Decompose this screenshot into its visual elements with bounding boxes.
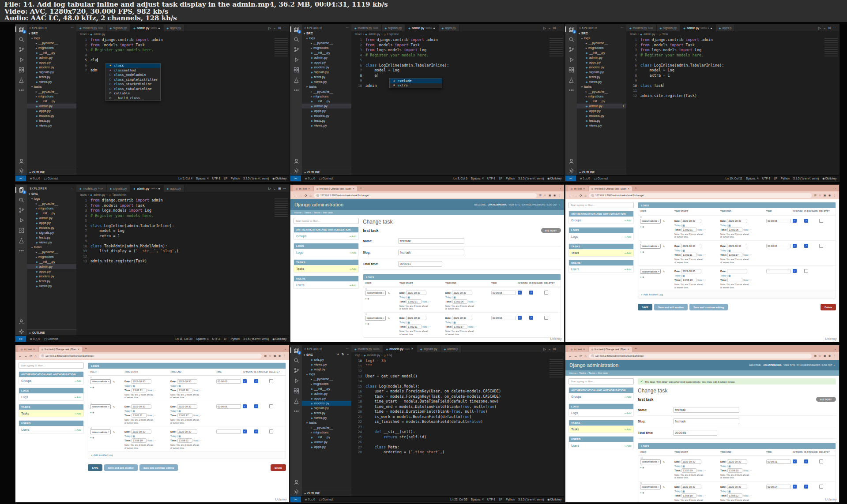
- now-link[interactable]: Now |: [468, 300, 474, 303]
- duration-input[interactable]: 00:00:14: [766, 485, 791, 489]
- code-editor[interactable]: 10log3 - 3h11"""1213User = get_user_mode…: [351, 358, 564, 496]
- editor-tab[interactable]: ◆admin.pytasks●: [405, 24, 438, 31]
- edit-pencil-icon[interactable]: ✎: [663, 460, 665, 463]
- explorer-more-icon[interactable]: ⋯: [71, 187, 74, 190]
- share-icon[interactable]: ⊞: [539, 194, 541, 197]
- minimap[interactable]: [550, 38, 563, 57]
- more-actions-icon[interactable]: ⋯: [558, 26, 562, 30]
- tree-item[interactable]: ◆views.py: [27, 79, 76, 84]
- user-select[interactable]: lukaszmakinia ▾: [365, 316, 386, 321]
- run-python-file-icon[interactable]: ▷: [818, 26, 821, 30]
- code-editor[interactable]: 1from django.contrib import admin2from .…: [626, 37, 839, 175]
- minimap[interactable]: [824, 38, 838, 57]
- save-continue-button[interactable]: Save and continue editing: [139, 464, 178, 471]
- today-link[interactable]: Today |: [674, 274, 681, 277]
- editor-tab[interactable]: ◆signals.py: [107, 24, 131, 31]
- share-icon[interactable]: ⊞: [814, 354, 816, 358]
- user-select[interactable]: lukaszmakinia ▾: [640, 485, 661, 489]
- tab-close-icon[interactable]: ✕: [353, 187, 355, 190]
- editor-tab[interactable]: ◆signals.py: [417, 345, 441, 352]
- time-input[interactable]: 13:56:32: [727, 493, 742, 498]
- breadcrumb-item[interactable]: Tasks: [579, 372, 586, 374]
- tree-item[interactable]: ◆__init__.py: [302, 386, 351, 391]
- activity-extensions-icon[interactable]: [15, 67, 27, 73]
- tree-item[interactable]: ◆admin.py: [302, 440, 351, 444]
- indent-size[interactable]: Spaces: 4: [471, 498, 484, 501]
- editor-tab[interactable]: ◆models.pylogs: [76, 185, 107, 192]
- autocomplete-item[interactable]: ◆class: [106, 63, 160, 68]
- autocomplete-item[interactable]: ◯__build_class__: [106, 96, 160, 101]
- activity-settings-gear-icon[interactable]: [19, 329, 24, 334]
- add-link[interactable]: + Add: [624, 235, 631, 238]
- tree-item[interactable]: ◆urls.py: [302, 357, 351, 362]
- profile-avatar[interactable]: ◉: [553, 194, 556, 197]
- outline-section[interactable]: ▸OUTLINE: [302, 169, 351, 175]
- breadcrumb-item[interactable]: tasks: [355, 33, 361, 36]
- user-select[interactable]: lukaszmakinia ▾: [640, 269, 661, 274]
- activity-account-icon[interactable]: [19, 319, 24, 325]
- view-related-icon[interactable]: ◉: [367, 297, 369, 300]
- problems-indicator[interactable]: ⊗ 0 △ 0: [30, 337, 40, 341]
- indent-size[interactable]: Spaces: 4: [471, 177, 484, 180]
- address-bar[interactable]: ⓘ127.0.0.1:8000/admin/tasks/task/1/chang…: [314, 193, 537, 198]
- today-link[interactable]: Today |: [720, 249, 727, 252]
- add-link[interactable]: + Add: [624, 252, 631, 254]
- is-finished-checkbox[interactable]: ✓: [804, 219, 808, 223]
- tree-item[interactable]: ◆signals.py: [302, 406, 351, 411]
- view-related-icon[interactable]: ◉: [642, 491, 644, 494]
- split-editor-icon[interactable]: ⊞: [553, 26, 556, 30]
- activity-extensions-icon[interactable]: [290, 67, 302, 73]
- time-input[interactable]: 13:02:36: [452, 299, 467, 304]
- tree-item[interactable]: ◆tests.py: [302, 75, 351, 79]
- language-mode[interactable]: Python: [506, 177, 515, 180]
- editor-tab[interactable]: ◆admin.pytasks●: [130, 24, 163, 31]
- date-input[interactable]: 2023-08-30: [131, 429, 151, 434]
- forward-button[interactable]: →: [574, 354, 578, 358]
- site-info-icon[interactable]: ⓘ: [591, 354, 594, 358]
- save-button[interactable]: SAVE: [88, 464, 102, 471]
- tree-item[interactable]: ◆__init__.py: [27, 259, 76, 264]
- forward-button[interactable]: →: [299, 194, 303, 198]
- split-editor-icon[interactable]: ⊞: [828, 26, 831, 30]
- tree-item[interactable]: ▸migrations: [302, 381, 351, 386]
- reload-button[interactable]: ⟳: [580, 194, 582, 198]
- add-related-icon[interactable]: +: [90, 411, 92, 414]
- add-link[interactable]: + Add: [349, 235, 356, 238]
- tree-item[interactable]: ◆__init__.py: [302, 435, 351, 440]
- edit-pencil-icon[interactable]: ✎: [663, 245, 665, 248]
- total-time-input[interactable]: 00:00:56: [673, 430, 717, 436]
- today-link[interactable]: Today |: [124, 410, 132, 412]
- code-editor[interactable]: 1from django.contrib import admin2from .…: [351, 37, 564, 175]
- editor-tab[interactable]: ◆models.pylogs: [626, 24, 657, 31]
- is-finished-checkbox[interactable]: ✓: [529, 291, 533, 295]
- add-link[interactable]: + Add: [624, 444, 631, 447]
- is-finished-checkbox[interactable]: ✓: [804, 244, 808, 248]
- now-link[interactable]: Now |: [743, 279, 749, 281]
- site-info-icon[interactable]: ⓘ: [316, 194, 319, 198]
- tree-item[interactable]: ◆admin.py: [27, 104, 76, 108]
- tree-item[interactable]: ◆admin.py: [302, 104, 351, 108]
- tree-item[interactable]: ◆views.py: [27, 123, 76, 128]
- tree-item[interactable]: ◆__init__.py: [302, 99, 351, 104]
- add-related-icon[interactable]: +: [365, 322, 367, 325]
- tree-item[interactable]: ◆views.py: [27, 240, 76, 245]
- tree-item[interactable]: ◆tests.py: [302, 411, 351, 415]
- today-link[interactable]: Today |: [170, 435, 177, 437]
- activity-run-debug-icon[interactable]: [290, 378, 302, 384]
- tree-item[interactable]: ◆models.py: [27, 113, 76, 118]
- breadcrumb-item[interactable]: first task: [598, 372, 608, 374]
- activity-search-icon[interactable]: [15, 197, 27, 203]
- now-link[interactable]: Now |: [422, 300, 428, 303]
- today-link[interactable]: Today |: [720, 274, 727, 277]
- now-link[interactable]: Now |: [193, 414, 199, 417]
- run-python-file-icon[interactable]: ▷: [268, 26, 271, 30]
- duration-input[interactable]: [766, 269, 791, 273]
- clock-icon[interactable]: ◔: [750, 494, 751, 497]
- tree-item[interactable]: ◆admin.py1: [577, 104, 626, 108]
- theme-toggle-icon[interactable]: ◐: [834, 364, 835, 366]
- now-link[interactable]: Now |: [743, 494, 749, 497]
- back-button[interactable]: ←: [19, 354, 22, 358]
- python-interpreter[interactable]: 3.9.5 ('tz-env': venv): [518, 177, 544, 180]
- tree-item[interactable]: ◆apps.py: [302, 60, 351, 65]
- clock-icon[interactable]: ◔: [750, 254, 751, 256]
